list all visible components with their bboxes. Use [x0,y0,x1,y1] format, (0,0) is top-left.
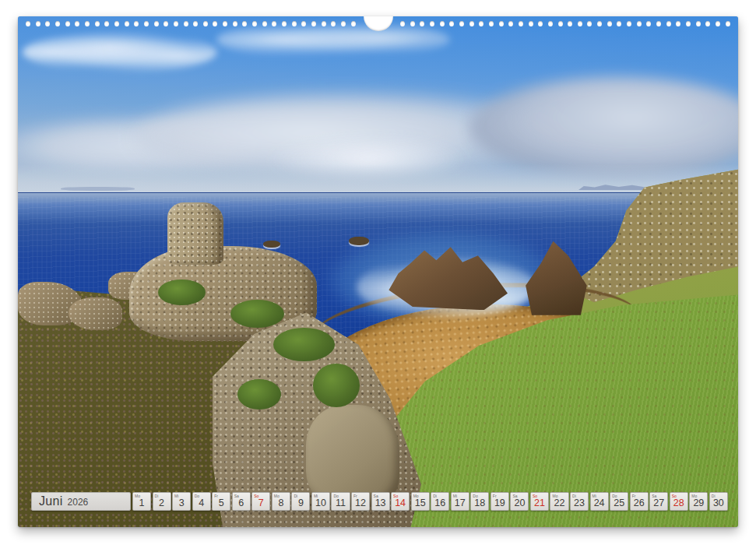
binding-hole [85,21,90,26]
binding-holes-row [26,21,356,26]
day-cell: Di 9 [291,492,310,511]
day-cell: Fr 19 [491,492,509,511]
month-label-box: Juni 2026 [31,492,131,511]
day-number: 29 [690,498,707,508]
binding-hole [597,21,602,26]
date-strip: Juni 2026 Mo 1 Di 2 Mi 3 Do 4 Fr 5 Sa 6 … [31,492,728,511]
calendar-sheet: Juni 2026 Mo 1 Di 2 Mi 3 Do 4 Fr 5 Sa 6 … [18,16,738,527]
binding-hole [410,21,415,26]
binding-hole [666,21,671,26]
binding-hole [568,21,572,26]
day-cell: Do 18 [470,492,489,511]
binding-hole [420,21,424,26]
binding-hole [341,21,346,26]
binding-hole [272,21,276,26]
day-cell: Mi 17 [451,492,469,511]
day-cell: Mi 10 [311,492,330,511]
day-number: 17 [452,498,469,508]
binding-hole [311,21,316,26]
green-bush [313,364,360,407]
day-cell: Mo 1 [132,492,151,511]
binding-hole [627,21,631,26]
day-number: 13 [372,498,389,508]
standing-stone-pillar [167,202,223,265]
day-cell: Sa 27 [649,492,668,511]
binding-hole [459,21,464,26]
day-cell: Mo 8 [272,492,290,511]
binding-hole [430,21,434,26]
day-number: 18 [471,498,488,508]
binding-hole [696,21,701,26]
day-number: 4 [193,498,210,508]
binding-hole [587,21,592,26]
binding-hole [75,21,79,26]
binding-hole [676,21,680,26]
binding-hole [558,21,563,26]
green-bush [230,300,284,328]
day-cell: So 21 [530,492,549,511]
binding-hole [242,21,247,26]
binding-hole [252,21,257,26]
day-cell: Di 30 [709,492,728,511]
binding-hole [65,21,70,26]
day-cell: Fr 12 [351,492,370,511]
day-number: 10 [312,498,329,508]
binding-hole [508,21,513,26]
binding-holes-row [400,21,730,26]
day-number: 8 [273,498,290,508]
year-label: 2026 [68,497,89,508]
rock-islet [263,241,280,248]
day-number: 16 [431,498,448,508]
coastal-landscape-photo [18,16,738,527]
clouds-top-center [216,21,450,58]
day-cell: Do 25 [610,492,628,511]
binding-hole [440,21,445,26]
binding-hole [95,21,100,26]
binding-hole [36,21,40,26]
binding-hole [400,21,405,26]
green-bush [237,379,281,410]
day-number: 20 [511,498,528,508]
boulder [69,297,122,331]
day-number: 14 [392,498,409,508]
binding-hole [134,21,139,26]
day-number: 27 [650,498,667,508]
day-number: 22 [550,498,568,508]
day-cell: Mo 22 [550,492,568,511]
binding-hole [617,21,621,26]
day-cell: Fr 26 [630,492,649,511]
day-number: 12 [352,498,369,508]
day-number: 30 [710,498,727,508]
binding-hole [114,21,119,26]
binding-hole [301,21,306,26]
binding-hole [519,21,523,26]
binding-hole [193,21,198,26]
day-cell: So 14 [391,492,410,511]
calendar-product-mockup: Juni 2026 Mo 1 Di 2 Mi 3 Do 4 Fr 5 Sa 6 … [0,0,756,545]
binding-hole [164,21,168,26]
day-number: 21 [531,498,548,508]
day-number: 25 [610,498,628,508]
day-number: 19 [491,498,508,508]
binding-hole [26,21,30,26]
binding-hole [282,21,287,26]
day-cell: Fr 5 [212,492,230,511]
day-cell: Mo 15 [411,492,430,511]
day-number: 2 [153,498,171,508]
binding-hole [529,21,533,26]
green-bush [158,280,205,305]
binding-hole [479,21,483,26]
binding-hole [726,21,730,26]
binding-hole [637,21,642,26]
day-cell: Di 16 [431,492,449,511]
rock-islet [349,237,369,245]
binding-hole [578,21,582,26]
distant-land-left [61,187,135,191]
binding-hole [538,21,543,26]
binding-hole [144,21,149,26]
binding-hole [489,21,494,26]
day-number: 3 [173,498,190,508]
binding-hole [104,21,109,26]
day-cell: Do 4 [192,492,211,511]
day-cell: Do 11 [331,492,350,511]
